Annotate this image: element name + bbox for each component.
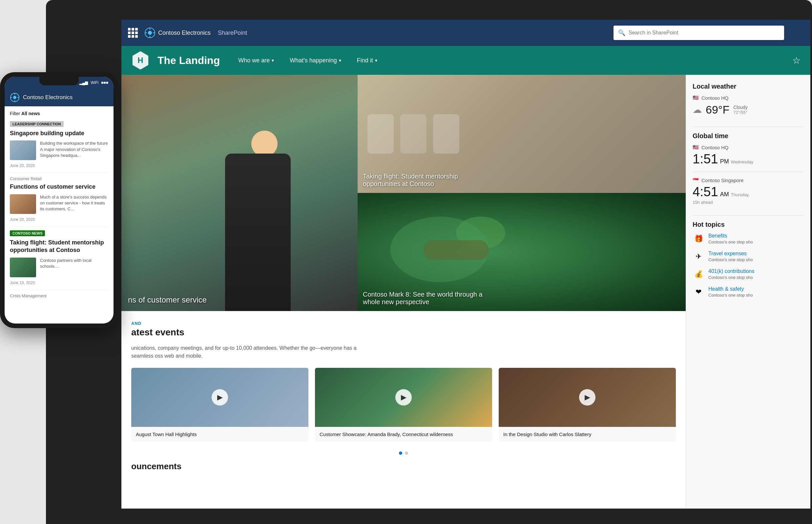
time-display-sg: 4:51 AM Thursday, [693,184,804,199]
video-card-2[interactable]: ▶ Customer Showcase: Amanda Brady, Conne… [315,368,492,442]
sidebar-divider-2 [693,215,804,216]
article-desc-3: Contoso partners with local schools.... [40,258,108,277]
article-row-2: Much of a store's success depends on cus… [10,194,108,214]
chevron-down-icon: ▾ [272,58,274,63]
site-logo: H [131,51,150,69]
weather-location: 🇺🇸 Contoso HQ [693,95,804,101]
401k-icon: 💰 [693,268,705,280]
time-divider [693,171,804,172]
phone-content: Filter All news Leadership Connection Si… [5,106,114,320]
cloud-icon: ☁ [693,104,702,115]
article-date-1: June 20, 2020 [10,163,108,168]
phone-filter: Filter All news [10,111,108,116]
content-area: ns of customer service [121,75,686,509]
main-content: ns of customer service [121,75,810,509]
sidebar-divider-1 [693,127,804,127]
nav-who-we-are[interactable]: Who we are ▾ [234,54,278,67]
hot-topic-health[interactable]: ❤ Health & safety Contoso's one stop sho [693,286,804,298]
time-widget: Global time 🇺🇸 Contoso HQ 1:51 PM Wednes… [693,132,804,205]
weather-info: ☁ 69°F Cloudy 72°/55° [693,103,804,116]
phone-article-2[interactable]: Consumer Retail Functions of customer se… [10,176,108,222]
search-bar[interactable]: 🔍 [614,26,784,40]
play-button-2[interactable]: ▶ [395,389,412,406]
nav-find-it[interactable]: Find it ▾ [353,54,381,67]
top-bar: Contoso Electronics SharePoint 🔍 [121,20,810,46]
video-thumbnail-2: ▶ [315,368,492,427]
announcements-title: ouncements [131,461,676,472]
hero-bottom-left-image[interactable]: Contoso Mark 8: See the world through a … [358,193,686,311]
video-title-1: August Town Hall Highlights [131,427,309,442]
401k-name: 401(k) contributions [708,268,804,274]
wifi-icon: WiFi [90,80,98,85]
favorite-star-icon[interactable]: ☆ [792,55,800,66]
video-card-1[interactable]: ▶ August Town Hall Highlights [131,368,309,442]
article-row-3: Contoso partners with local schools.... [10,258,108,277]
hero-bottom-left-caption: Contoso Mark 8: See the world through a … [363,291,487,306]
time-display-hq: 1:51 PM Wednesday [693,152,804,166]
phone-app-logo [10,93,20,102]
health-icon: ❤ [693,286,705,298]
weather-description: Cloudy 72°/55° [733,105,748,115]
play-button-3[interactable]: ▶ [579,389,595,406]
hero-top-right-image[interactable]: Taking flight: Student mentorship opport… [358,75,686,193]
article-category-2: Consumer Retail [10,176,108,181]
nav-whats-happening[interactable]: What's happening ▾ [286,54,345,67]
play-button-1[interactable]: ▶ [212,389,228,406]
benefits-sub: Contoso's one stop sho [708,240,804,244]
company-name: Contoso Electronics [158,30,211,36]
events-title: atest events [131,327,676,338]
article-title-3: Taking flight: Student mentorship opport… [10,239,108,254]
laptop-frame: Contoso Electronics SharePoint 🔍 H The L… [46,0,812,524]
app-name: SharePoint [218,30,247,36]
article-date-3: June 19, 2020 [10,280,108,285]
contoso-logo-icon [144,27,155,38]
hero-top-right-caption: Taking flight: Student mentorship opport… [363,173,487,188]
weather-widget: Local weather 🇺🇸 Contoso HQ ☁ 69°F Cloud… [693,83,804,116]
time-location-sg: 🇸🇬 Contoso Singapore [693,177,804,183]
leadership-badge: Leadership Connection [10,121,64,127]
video-thumbnail-3: ▶ [499,368,676,427]
article-title-1: Singapore building update [10,130,108,137]
events-label: AND [131,321,676,326]
phone-notch [39,77,79,85]
phone-header: Contoso Electronics [5,88,114,106]
benefits-icon: 🎁 [693,233,705,245]
company-logo[interactable]: Contoso Electronics [144,27,211,38]
carousel-dots [131,452,676,455]
carousel-dot-1[interactable] [399,452,402,455]
video-card-3[interactable]: ▶ In the Design Studio with Carlos Slatt… [499,368,676,442]
search-input[interactable] [629,30,780,36]
hot-topic-benefits[interactable]: 🎁 Benefits Contoso's one stop sho [693,233,804,245]
phone-divider-3 [10,290,108,290]
phone-frame: ▂▄▆ WiFi ■■■ Contoso Electronics Filter … [0,72,118,328]
hq-flag-icon: 🇺🇸 [693,144,699,150]
site-title: The Landing [158,54,220,67]
video-title-2: Customer Showcase: Amanda Brady, Connect… [315,427,492,442]
health-name: Health & safety [708,286,804,292]
article-thumb-2 [10,194,36,214]
article-desc-1: Building the workspace of the future A m… [40,141,108,160]
hot-topics-widget: Hot topics 🎁 Benefits Contoso's one stop… [693,221,804,298]
announcements-section: ouncements [121,461,686,487]
waffle-menu-icon[interactable] [128,28,138,38]
site-header: H The Landing Who we are ▾ What's happen… [121,46,810,75]
article-desc-2: Much of a store's success depends on cus… [40,194,108,214]
phone-divider-1 [10,173,108,173]
sg-flag-icon: 🇸🇬 [693,177,699,183]
right-sidebar: Local weather 🇺🇸 Contoso HQ ☁ 69°F Cloud… [686,75,810,509]
time-ahead-sg: 15h ahead [693,200,804,205]
time-entry-singapore: 🇸🇬 Contoso Singapore 4:51 AM Thursday, 1… [693,177,804,205]
article-thumb-1 [10,141,36,160]
signal-bars-icon: ▂▄▆ [79,80,88,85]
article-category-4: Crisis Management [10,293,108,298]
phone-article-4[interactable]: Crisis Management [10,293,108,298]
time-location-hq: 🇺🇸 Contoso HQ [693,144,804,150]
carousel-dot-2[interactable] [405,452,408,455]
phone-article-1[interactable]: Leadership Connection Singapore building… [10,121,108,168]
phone-article-3[interactable]: Contoso News Taking flight: Student ment… [10,230,108,285]
hot-topic-travel[interactable]: ✈ Travel expenses Contoso's one stop sho [693,251,804,262]
article-title-2: Functions of customer service [10,183,108,191]
events-section: AND atest events unications, company mee… [121,311,686,461]
hot-topic-401k[interactable]: 💰 401(k) contributions Contoso's one sto… [693,268,804,280]
hero-main-image[interactable]: ns of customer service [121,75,358,311]
